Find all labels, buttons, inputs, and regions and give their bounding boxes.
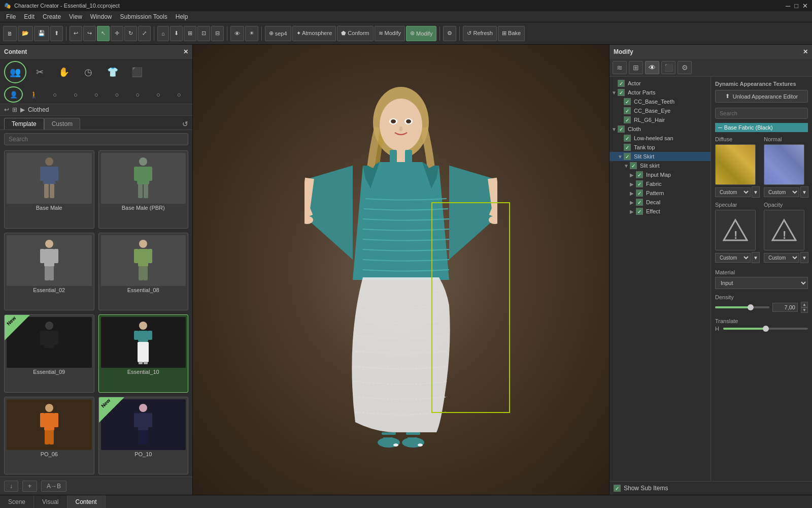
redo-btn[interactable]: ↪ — [83, 26, 96, 41]
translate-thumb[interactable] — [763, 326, 769, 332]
icon-c5[interactable]: ○ — [128, 86, 147, 103]
tree-item-6[interactable]: ✓Low-heeled san — [610, 134, 710, 143]
normal-arrow[interactable]: ▼ — [800, 186, 808, 198]
specular-thumb[interactable]: ! — [715, 210, 756, 250]
tree-item-2[interactable]: ✓CC_Base_Teeth — [610, 97, 710, 106]
icon-hand[interactable]: ✋ — [53, 61, 75, 83]
item-essential-10[interactable]: Essential_10 — [98, 314, 189, 393]
tree-cb-0[interactable]: ✓ — [618, 80, 625, 87]
tree-cb-13[interactable]: ✓ — [636, 199, 643, 206]
menu-item-edit[interactable]: Edit — [20, 12, 39, 21]
undo-btn[interactable]: ↩ — [70, 26, 82, 41]
density-down[interactable]: ▼ — [801, 307, 808, 313]
tree-cb-5[interactable]: ✓ — [618, 125, 625, 133]
tree-cb-4[interactable]: ✓ — [624, 116, 631, 123]
translate-slider[interactable] — [723, 328, 808, 330]
tab-icon-checker[interactable]: ⬛ — [661, 61, 675, 74]
item-essential-08[interactable]: Essential_08 — [98, 233, 189, 311]
maximize-btn[interactable]: □ — [794, 2, 798, 10]
icon-scissors[interactable]: ✂ — [28, 61, 51, 83]
tree-expand-11[interactable]: ▶ — [630, 181, 636, 187]
diffuse-select[interactable]: Custom — [715, 187, 751, 197]
item-base-male-pbr[interactable]: Base Male (PBR) — [98, 150, 189, 229]
eye-btn[interactable]: 👁 — [230, 26, 244, 41]
item-essential-02[interactable]: Essential_02 — [4, 233, 94, 311]
icon-c3[interactable]: ○ — [87, 86, 106, 103]
tree-expand-13[interactable]: ▶ — [630, 200, 636, 205]
light-btn[interactable]: ☀ — [245, 26, 258, 41]
diffuse-arrow[interactable]: ▼ — [752, 186, 760, 198]
opacity-arrow[interactable]: ▼ — [800, 252, 808, 263]
normal-select[interactable]: Custom — [764, 187, 799, 197]
tab-custom[interactable]: Custom — [44, 118, 80, 130]
tree-item-10[interactable]: ▶✓Input Map — [610, 170, 710, 179]
item-po-06[interactable]: PO_06 — [4, 397, 94, 475]
specular-arrow[interactable]: ▼ — [752, 252, 760, 263]
clothed-play-btn[interactable]: ▶ — [20, 106, 25, 113]
show-sub-checkbox[interactable]: ✓ — [614, 485, 621, 492]
icon-c2[interactable]: ○ — [66, 86, 85, 103]
tab-icon-texture[interactable]: 👁 — [645, 61, 659, 74]
bottom-tab-visual[interactable]: Visual — [34, 495, 67, 508]
tree-expand-9[interactable]: ▼ — [624, 163, 630, 169]
menu-item-help[interactable]: Help — [172, 12, 192, 21]
tree-expand-8[interactable]: ▼ — [618, 154, 624, 160]
icon-c1[interactable]: ○ — [46, 86, 64, 103]
icon-walk[interactable]: 🚶 — [25, 86, 44, 103]
tab-close-btn[interactable]: ↺ — [182, 120, 188, 128]
grid-btn[interactable]: ⊟ — [211, 26, 224, 41]
tree-expand-10[interactable]: ▶ — [630, 172, 636, 178]
modify-btn[interactable]: ≋ Modify — [375, 26, 405, 41]
conform-btn[interactable]: ⬟ Conform — [337, 26, 373, 41]
menu-item-submission tools[interactable]: Submission Tools — [116, 12, 172, 21]
tab-template[interactable]: Template — [4, 118, 44, 130]
material-select[interactable]: Input — [715, 277, 808, 289]
icon-c7[interactable]: ○ — [170, 86, 188, 103]
tree-item-13[interactable]: ▶✓Decal — [610, 198, 710, 207]
modify-close-btn[interactable]: ✕ — [803, 48, 808, 55]
normal-thumb[interactable] — [764, 144, 804, 185]
bake-btn[interactable]: ⊞ Bake — [498, 26, 525, 41]
select-btn[interactable]: ↖ — [97, 26, 110, 41]
tree-cb-10[interactable]: ✓ — [636, 171, 643, 178]
clothed-back-btn[interactable]: ↩ — [4, 106, 9, 113]
density-value[interactable]: 7,00 — [772, 303, 798, 312]
merge-btn[interactable]: A→B — [41, 481, 66, 492]
close-btn[interactable]: ✕ — [802, 2, 808, 10]
scale-btn[interactable]: ⤢ — [138, 26, 151, 41]
tree-cb-9[interactable]: ✓ — [630, 162, 637, 169]
item-base-male[interactable]: Base Male — [4, 150, 94, 229]
tree-cb-6[interactable]: ✓ — [624, 135, 631, 142]
icon-box[interactable]: ⬛ — [126, 61, 148, 83]
tree-expand-5[interactable]: ▼ — [612, 126, 618, 132]
fit-btn[interactable]: ⊞ — [184, 26, 196, 41]
bottom-tab-scene[interactable]: Scene — [0, 495, 34, 508]
minimize-btn[interactable]: ─ — [786, 2, 790, 10]
viewport[interactable] — [193, 45, 609, 495]
icon-people[interactable]: 👥 — [4, 61, 26, 83]
tab-icon-material[interactable]: ⊞ — [629, 61, 643, 74]
icon-c4[interactable]: ○ — [108, 86, 126, 103]
calibrate-btn[interactable]: ⊕ sep4 — [265, 26, 291, 41]
props-search-input[interactable] — [715, 108, 808, 119]
tree-cb-2[interactable]: ✓ — [624, 98, 631, 105]
tree-item-4[interactable]: ✓RL_G6_Hair — [610, 115, 710, 124]
icon-cloth[interactable]: 👕 — [101, 61, 124, 83]
morph-btn[interactable]: ⊛ Modify — [406, 26, 436, 41]
tree-item-9[interactable]: ▼✓Slit skirt — [610, 161, 710, 170]
tree-cb-12[interactable]: ✓ — [636, 189, 643, 197]
tree-cb-7[interactable]: ✓ — [624, 144, 631, 151]
tree-cb-8[interactable]: ✓ — [624, 153, 631, 160]
diffuse-thumb[interactable] — [715, 144, 756, 185]
tree-cb-3[interactable]: ✓ — [624, 107, 631, 114]
icon-morph[interactable]: ◷ — [77, 61, 99, 83]
tree-item-1[interactable]: ▼✓Actor Parts — [610, 88, 710, 97]
density-thumb[interactable] — [748, 304, 754, 310]
bottom-tab-content[interactable]: Content — [67, 495, 106, 508]
item-po-10[interactable]: New PO_10 — [98, 397, 189, 475]
atmosphere-btn[interactable]: ✦ Atmosphere — [292, 26, 336, 41]
add-btn[interactable]: + — [22, 481, 37, 492]
menu-item-window[interactable]: Window — [86, 12, 116, 21]
tree-item-8[interactable]: ▼✓Slit Skirt — [610, 152, 710, 161]
clothed-pin-btn[interactable]: ⊞ — [12, 106, 17, 113]
